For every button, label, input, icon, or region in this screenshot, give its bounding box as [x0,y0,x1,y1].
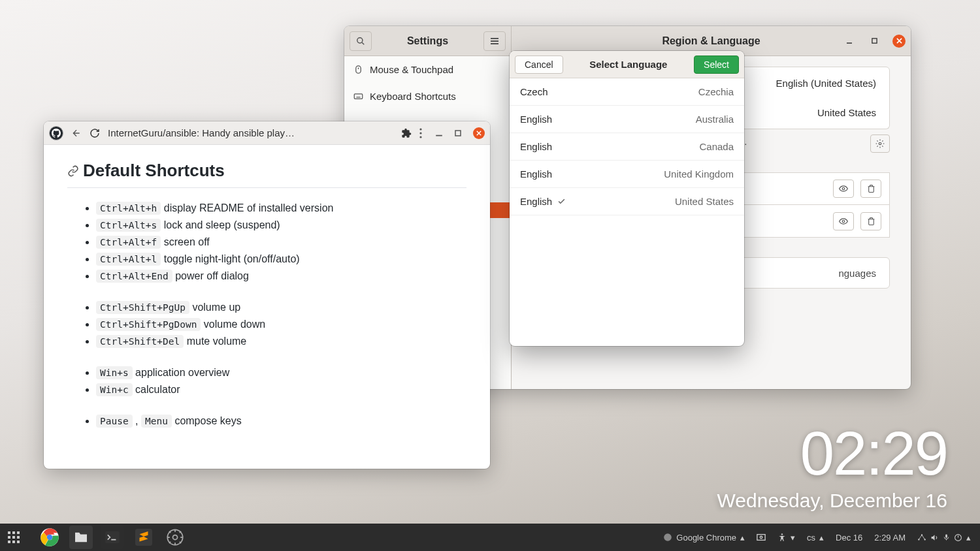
svg-rect-13 [17,531,20,534]
language-name: English [520,114,552,125]
shortcuts-list: Ctrl+Shift+PgUp volume up Ctrl+Shift+PgD… [96,299,466,350]
settings-launcher[interactable] [163,526,187,549]
language-row[interactable]: EnglishCanada [510,133,744,161]
keyboard-indicator[interactable]: cs ▴ [807,533,824,543]
extensions-button[interactable] [401,128,412,138]
manage-languages-label: nguages [838,268,876,279]
eye-icon [838,217,849,226]
list-item: Win+c calculator [96,381,466,398]
language-name: Czech [520,86,548,97]
search-icon [356,37,365,46]
view-layout-button[interactable] [833,180,854,198]
terminal-launcher[interactable] [101,526,124,549]
maximize-button[interactable] [455,130,461,136]
svg-point-28 [781,533,783,535]
language-row[interactable]: CzechCzechia [510,78,744,106]
gear-icon [166,528,184,546]
close-icon [896,38,902,44]
settings-title: Settings [407,35,448,47]
svg-point-24 [173,535,178,540]
delete-button[interactable] [860,180,881,198]
accessibility-menu[interactable]: ▾ [777,533,795,543]
list-item: Pause , Menu compose keys [96,413,466,430]
panel-title: Region & Language [662,35,760,47]
sidebar-item-keyboard[interactable]: Keyboard Shortcuts [344,83,511,110]
select-button[interactable]: Select [694,55,739,74]
input-sources-settings-button[interactable] [870,134,890,153]
sidebar-item-label: Keyboard Shortcuts [370,91,456,102]
close-button[interactable] [892,35,906,48]
sublime-launcher[interactable] [132,526,155,549]
browser-content[interactable]: Default Shortcuts Ctrl+Alt+h display REA… [44,145,490,469]
language-row[interactable]: EnglishUnited Kingdom [510,161,744,188]
svg-point-5 [842,187,845,190]
list-item: Ctrl+Shift+PgDown volume down [96,316,466,333]
kbd: Win+c [96,383,133,396]
delete-button[interactable] [860,212,881,230]
settings-menu-button[interactable] [483,31,506,51]
page-title: InternetGuru/ansible: Handy ansible play… [108,127,393,138]
svg-point-7 [419,128,421,130]
screenshot-icon [757,533,766,541]
language-region: United States [675,196,734,207]
dialog-header: Cancel Select Language Select [510,51,744,78]
tray-screenshot-icon[interactable] [757,533,766,541]
list-item: Ctrl+Alt+h display README of installed v… [96,200,466,217]
terminal-icon [105,531,120,543]
apps-grid-button[interactable] [0,524,27,551]
active-app-indicator[interactable]: Google Chrome ▴ [663,533,745,543]
minimize-button[interactable] [435,129,443,137]
list-item: Ctrl+Shift+PgUp volume up [96,299,466,316]
taskbar-dock [38,526,187,549]
folder-icon [74,531,88,543]
browser-menu-button[interactable] [419,128,422,138]
formats-value: United States [817,107,876,118]
files-launcher[interactable] [69,526,93,549]
sidebar-item-label: Mouse & Touchpad [370,64,453,75]
settings-search-button[interactable] [350,31,372,51]
svg-rect-32 [945,534,947,538]
svg-rect-11 [8,531,10,534]
list-item: Ctrl+Alt+s lock and sleep (suspend) [96,217,466,234]
svg-rect-14 [8,536,10,539]
view-layout-button[interactable] [833,212,854,230]
volume-icon [930,533,939,542]
svg-rect-21 [105,531,120,543]
browser-window: InternetGuru/ansible: Handy ansible play… [44,121,490,469]
minimize-button[interactable] [843,35,856,48]
close-button[interactable] [473,127,485,139]
taskbar-date[interactable]: Dec 16 [836,533,862,543]
list-item: Ctrl+Shift+Del mute volume [96,333,466,350]
cancel-button[interactable]: Cancel [515,55,563,74]
language-region: United Kingdom [664,168,734,180]
language-row[interactable]: EnglishUnited States [510,188,744,215]
content-heading: Default Shortcuts [67,161,466,188]
taskbar-time[interactable]: 2:29 AM [874,533,906,543]
maximize-icon [872,38,877,44]
check-icon [557,197,566,206]
back-button[interactable] [71,128,82,138]
svg-rect-3 [354,94,363,99]
svg-rect-17 [8,541,10,543]
sidebar-item-mouse[interactable]: Mouse & Touchpad [344,56,511,83]
system-menu[interactable]: ▴ [917,533,971,543]
list-item: Ctrl+Alt+f screen off [96,234,466,251]
kbd: Ctrl+Alt+h [96,202,161,215]
chrome-launcher[interactable] [38,526,61,549]
language-region: Canada [699,141,734,152]
kbd: Ctrl+Shift+PgDown [96,318,201,331]
maximize-button[interactable] [868,35,881,48]
language-name: English [520,141,552,152]
list-item: Ctrl+Alt+End power off dialog [96,268,466,285]
language-row[interactable]: EnglishAustralia [510,106,744,133]
kbd: Ctrl+Alt+f [96,236,161,249]
svg-point-0 [357,37,363,42]
trash-icon [867,184,875,193]
svg-rect-1 [872,39,876,43]
clock-date: Wednesday, December 16 [717,490,947,512]
reload-button[interactable] [90,128,100,138]
kbd: Ctrl+Alt+End [96,270,172,283]
svg-rect-12 [12,531,15,534]
language-value: English (United States) [776,78,876,89]
dialog-empty-area [510,215,744,346]
